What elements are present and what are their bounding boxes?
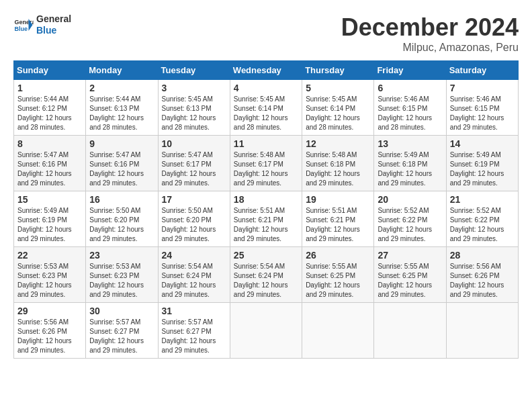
day-info: Sunrise: 5:50 AM Sunset: 6:20 PM Dayligh… — [89, 206, 154, 244]
day-number: 21 — [450, 194, 515, 205]
day-number: 6 — [378, 83, 442, 93]
weekday-header-wednesday: Wednesday — [230, 61, 302, 80]
day-number: 2 — [89, 83, 154, 93]
day-number: 15 — [17, 194, 82, 205]
calendar-cell: 31Sunrise: 5:57 AM Sunset: 6:27 PM Dayli… — [158, 303, 230, 359]
day-number: 7 — [450, 83, 515, 93]
calendar-cell: 20Sunrise: 5:52 AM Sunset: 6:22 PM Dayli… — [374, 191, 446, 247]
day-number: 29 — [17, 306, 82, 316]
day-info: Sunrise: 5:48 AM Sunset: 6:17 PM Dayligh… — [234, 150, 298, 188]
calendar-header-row: SundayMondayTuesdayWednesdayThursdayFrid… — [14, 61, 519, 80]
day-info: Sunrise: 5:49 AM Sunset: 6:19 PM Dayligh… — [450, 150, 515, 188]
calendar-cell: 17Sunrise: 5:50 AM Sunset: 6:20 PM Dayli… — [158, 191, 230, 247]
logo-blue: Blue — [36, 25, 71, 36]
day-number: 26 — [306, 250, 370, 261]
calendar-cell: 8Sunrise: 5:47 AM Sunset: 6:16 PM Daylig… — [14, 136, 86, 191]
calendar-cell: 11Sunrise: 5:48 AM Sunset: 6:17 PM Dayli… — [230, 136, 302, 191]
day-info: Sunrise: 5:53 AM Sunset: 6:23 PM Dayligh… — [17, 262, 82, 300]
day-info: Sunrise: 5:44 AM Sunset: 6:13 PM Dayligh… — [89, 95, 154, 132]
calendar-cell: 1Sunrise: 5:44 AM Sunset: 6:12 PM Daylig… — [14, 80, 86, 136]
day-info: Sunrise: 5:54 AM Sunset: 6:24 PM Dayligh… — [162, 262, 226, 300]
day-number: 13 — [378, 138, 442, 149]
day-number: 9 — [89, 138, 154, 149]
day-info: Sunrise: 5:53 AM Sunset: 6:23 PM Dayligh… — [89, 262, 154, 300]
calendar-cell: 7Sunrise: 5:46 AM Sunset: 6:15 PM Daylig… — [446, 80, 518, 136]
calendar-cell — [446, 303, 518, 359]
day-number: 20 — [378, 194, 442, 205]
day-info: Sunrise: 5:50 AM Sunset: 6:20 PM Dayligh… — [162, 206, 226, 244]
day-info: Sunrise: 5:51 AM Sunset: 6:21 PM Dayligh… — [234, 206, 298, 244]
calendar-cell: 13Sunrise: 5:49 AM Sunset: 6:18 PM Dayli… — [374, 136, 446, 191]
title-area: December 2024 Milpuc, Amazonas, Peru — [341, 13, 519, 54]
calendar-cell: 29Sunrise: 5:56 AM Sunset: 6:26 PM Dayli… — [14, 303, 86, 359]
calendar-cell: 30Sunrise: 5:57 AM Sunset: 6:27 PM Dayli… — [86, 303, 158, 359]
day-info: Sunrise: 5:48 AM Sunset: 6:18 PM Dayligh… — [306, 150, 370, 188]
day-info: Sunrise: 5:45 AM Sunset: 6:13 PM Dayligh… — [162, 95, 226, 132]
calendar-cell: 6Sunrise: 5:46 AM Sunset: 6:15 PM Daylig… — [374, 80, 446, 136]
day-info: Sunrise: 5:46 AM Sunset: 6:15 PM Dayligh… — [378, 95, 442, 132]
calendar-cell: 4Sunrise: 5:45 AM Sunset: 6:14 PM Daylig… — [230, 80, 302, 136]
calendar-cell: 16Sunrise: 5:50 AM Sunset: 6:20 PM Dayli… — [86, 191, 158, 247]
calendar-cell: 22Sunrise: 5:53 AM Sunset: 6:23 PM Dayli… — [14, 247, 86, 303]
day-info: Sunrise: 5:56 AM Sunset: 6:26 PM Dayligh… — [450, 262, 515, 300]
day-info: Sunrise: 5:57 AM Sunset: 6:27 PM Dayligh… — [89, 318, 154, 355]
day-number: 3 — [162, 83, 226, 93]
calendar-cell: 26Sunrise: 5:55 AM Sunset: 6:25 PM Dayli… — [302, 247, 374, 303]
calendar-cell: 10Sunrise: 5:47 AM Sunset: 6:17 PM Dayli… — [158, 136, 230, 191]
calendar-cell — [374, 303, 446, 359]
weekday-header-tuesday: Tuesday — [158, 61, 230, 80]
weekday-header-saturday: Saturday — [446, 61, 518, 80]
logo-icon: General Blue — [13, 15, 34, 35]
day-info: Sunrise: 5:55 AM Sunset: 6:25 PM Dayligh… — [378, 262, 442, 300]
day-info: Sunrise: 5:52 AM Sunset: 6:22 PM Dayligh… — [378, 206, 442, 244]
calendar-week-row: 22Sunrise: 5:53 AM Sunset: 6:23 PM Dayli… — [14, 247, 519, 303]
location-title: Milpuc, Amazonas, Peru — [341, 42, 519, 54]
calendar-cell: 2Sunrise: 5:44 AM Sunset: 6:13 PM Daylig… — [86, 80, 158, 136]
calendar-week-row: 29Sunrise: 5:56 AM Sunset: 6:26 PM Dayli… — [14, 303, 519, 359]
calendar-cell: 23Sunrise: 5:53 AM Sunset: 6:23 PM Dayli… — [86, 247, 158, 303]
day-number: 12 — [306, 138, 370, 149]
calendar-cell: 5Sunrise: 5:45 AM Sunset: 6:14 PM Daylig… — [302, 80, 374, 136]
day-number: 11 — [234, 138, 298, 149]
header: General Blue General Blue December 2024 … — [13, 13, 519, 54]
day-number: 14 — [450, 138, 515, 149]
weekday-header-thursday: Thursday — [302, 61, 374, 80]
day-info: Sunrise: 5:45 AM Sunset: 6:14 PM Dayligh… — [306, 95, 370, 132]
calendar-cell: 24Sunrise: 5:54 AM Sunset: 6:24 PM Dayli… — [158, 247, 230, 303]
day-number: 19 — [306, 194, 370, 205]
calendar-cell: 14Sunrise: 5:49 AM Sunset: 6:19 PM Dayli… — [446, 136, 518, 191]
day-number: 8 — [17, 138, 82, 149]
day-info: Sunrise: 5:54 AM Sunset: 6:24 PM Dayligh… — [234, 262, 298, 300]
svg-text:Blue: Blue — [15, 26, 28, 32]
calendar-cell: 18Sunrise: 5:51 AM Sunset: 6:21 PM Dayli… — [230, 191, 302, 247]
calendar-cell: 25Sunrise: 5:54 AM Sunset: 6:24 PM Dayli… — [230, 247, 302, 303]
day-info: Sunrise: 5:47 AM Sunset: 6:16 PM Dayligh… — [89, 150, 154, 188]
day-info: Sunrise: 5:49 AM Sunset: 6:18 PM Dayligh… — [378, 150, 442, 188]
month-title: December 2024 — [341, 13, 519, 42]
day-info: Sunrise: 5:44 AM Sunset: 6:12 PM Dayligh… — [17, 95, 82, 132]
logo: General Blue General Blue — [13, 13, 71, 36]
day-info: Sunrise: 5:56 AM Sunset: 6:26 PM Dayligh… — [17, 318, 82, 355]
calendar-cell — [302, 303, 374, 359]
day-number: 17 — [162, 194, 226, 205]
day-number: 27 — [378, 250, 442, 261]
calendar-week-row: 8Sunrise: 5:47 AM Sunset: 6:16 PM Daylig… — [14, 136, 519, 191]
day-info: Sunrise: 5:51 AM Sunset: 6:21 PM Dayligh… — [306, 206, 370, 244]
day-number: 4 — [234, 83, 298, 93]
day-number: 22 — [17, 250, 82, 261]
calendar-cell: 21Sunrise: 5:52 AM Sunset: 6:22 PM Dayli… — [446, 191, 518, 247]
day-info: Sunrise: 5:45 AM Sunset: 6:14 PM Dayligh… — [234, 95, 298, 132]
day-info: Sunrise: 5:55 AM Sunset: 6:25 PM Dayligh… — [306, 262, 370, 300]
weekday-header-sunday: Sunday — [14, 61, 86, 80]
calendar: SundayMondayTuesdayWednesdayThursdayFrid… — [13, 60, 519, 359]
day-number: 24 — [162, 250, 226, 261]
day-number: 31 — [162, 306, 226, 316]
calendar-week-row: 1Sunrise: 5:44 AM Sunset: 6:12 PM Daylig… — [14, 80, 519, 136]
day-number: 1 — [17, 83, 82, 93]
calendar-cell: 19Sunrise: 5:51 AM Sunset: 6:21 PM Dayli… — [302, 191, 374, 247]
day-number: 23 — [89, 250, 154, 261]
logo-general: General — [36, 13, 71, 25]
day-info: Sunrise: 5:47 AM Sunset: 6:17 PM Dayligh… — [162, 150, 226, 188]
weekday-header-friday: Friday — [374, 61, 446, 80]
day-number: 18 — [234, 194, 298, 205]
